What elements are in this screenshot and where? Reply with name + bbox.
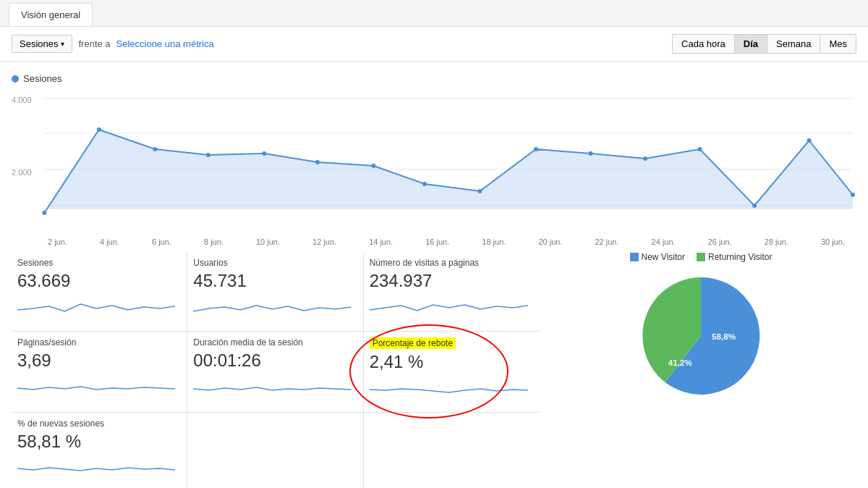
svg-point-12: [315, 160, 320, 164]
stat-nuevas-sesiones-value: 58,81 %: [17, 432, 175, 452]
sparkline-usuarios: [193, 295, 351, 317]
x-label: 16 jun.: [425, 237, 449, 246]
stat-visitas-label: Número de visitas a páginas: [370, 258, 528, 268]
x-label: 4 jun.: [100, 237, 119, 246]
sessions-legend-label: Sesiones: [23, 73, 61, 84]
stat-sesiones-value: 63.669: [17, 271, 175, 291]
line-chart: 4.000 2.000: [12, 90, 856, 235]
svg-text:58,8%: 58,8%: [712, 332, 736, 341]
stat-usuarios-label: Usuarios: [193, 258, 351, 268]
sparkline-rebote: [370, 376, 528, 398]
svg-point-15: [477, 189, 482, 193]
line-chart-svg: 4.000 2.000: [12, 90, 856, 235]
x-label: 10 jun.: [256, 237, 280, 246]
stat-duracion-value: 00:01:26: [193, 350, 351, 371]
svg-point-16: [534, 147, 538, 151]
chart-legend: Sesiones: [12, 73, 856, 84]
tab-vision-general[interactable]: Visión general: [9, 3, 93, 26]
empty-cell-2: [364, 413, 540, 488]
x-label: 28 jun.: [765, 237, 788, 246]
pie-svg: 58,8% 41,2%: [636, 271, 766, 401]
svg-point-13: [371, 164, 375, 168]
svg-point-9: [153, 147, 157, 151]
time-btn-semana[interactable]: Semana: [767, 34, 820, 54]
sparkline-nuevas-sesiones: [17, 456, 175, 478]
pie-chart: 58,8% 41,2%: [636, 271, 766, 401]
svg-point-20: [752, 203, 757, 208]
svg-marker-6: [44, 130, 853, 213]
svg-point-11: [262, 151, 266, 156]
pie-chart-section: New Visitor Returning Visitor 58,8% 41,2…: [540, 252, 856, 488]
svg-point-14: [422, 182, 427, 186]
x-label: 22 jun.: [595, 237, 619, 246]
x-label: 26 jun.: [708, 237, 732, 246]
x-axis-labels: 2 jun. 4 jun. 6 jun. 8 jun. 10 jun. 12 j…: [12, 235, 856, 252]
x-label: 2 jun.: [48, 237, 67, 246]
metric-selector-link[interactable]: Seleccione una métrica: [116, 38, 214, 49]
svg-text:2.000: 2.000: [12, 168, 32, 177]
time-btn-cada-hora[interactable]: Cada hora: [672, 34, 735, 54]
new-visitor-label: New Visitor: [642, 252, 685, 262]
stat-usuarios: Usuarios 45.731: [187, 252, 363, 332]
svg-text:41,2%: 41,2%: [668, 358, 693, 367]
stat-sesiones: Sesiones 63.669: [12, 252, 187, 332]
svg-point-7: [42, 211, 46, 215]
stats-pie-section: Sesiones 63.669 Usuarios 45.731 Número d…: [0, 252, 868, 488]
svg-point-21: [807, 138, 812, 143]
svg-text:4.000: 4.000: [12, 96, 32, 104]
sessions-legend-dot: [12, 75, 19, 83]
stat-paginas-sesion-label: Páginas/sesión: [17, 337, 175, 348]
svg-point-19: [697, 147, 702, 151]
stat-paginas-sesion-value: 3,69: [17, 350, 175, 371]
x-label: 12 jun.: [312, 237, 336, 246]
stat-nuevas-sesiones: % de nuevas sesiones 58,81 %: [12, 413, 187, 488]
sparkline-visitas: [370, 295, 528, 317]
svg-point-17: [588, 151, 592, 156]
toolbar-left: Sesiones frente a Seleccione una métrica: [12, 35, 214, 53]
sparkline-sesiones: [17, 295, 175, 317]
new-visitor-color: [630, 253, 639, 261]
x-label: 24 jun.: [652, 237, 676, 246]
toolbar: Sesiones frente a Seleccione una métrica…: [0, 27, 868, 62]
frente-a-label: frente a: [78, 38, 110, 49]
chart-area: Sesiones 4.000 2.000: [0, 62, 868, 252]
x-label: 18 jun.: [482, 237, 506, 246]
svg-point-10: [206, 153, 210, 157]
x-label: 14 jun.: [369, 237, 393, 246]
stat-usuarios-value: 45.731: [193, 271, 351, 291]
time-btn-mes[interactable]: Mes: [820, 34, 856, 54]
svg-point-22: [851, 193, 855, 197]
empty-cell-1: [187, 413, 363, 488]
x-label: 8 jun.: [204, 237, 224, 246]
stat-paginas-sesion: Páginas/sesión 3,69: [12, 332, 187, 413]
svg-point-18: [643, 156, 647, 161]
sparkline-paginas-sesion: [17, 375, 175, 397]
x-label: 30 jun.: [821, 237, 845, 246]
x-label: 20 jun.: [538, 237, 562, 246]
legend-new-visitor: New Visitor: [630, 252, 685, 262]
stat-visitas-value: 234.937: [370, 271, 528, 291]
sparkline-duracion: [193, 375, 351, 397]
stat-rebote-value: 2,41 %: [370, 352, 528, 372]
stat-sesiones-label: Sesiones: [17, 258, 175, 268]
tab-bar: Visión general: [0, 0, 868, 27]
stat-duracion-label: Duración media de la sesión: [193, 337, 351, 348]
stat-duracion: Duración media de la sesión 00:01:26: [187, 332, 363, 413]
pie-legend: New Visitor Returning Visitor: [630, 252, 773, 262]
returning-visitor-color: [697, 253, 705, 261]
time-buttons: Cada hora Día Semana Mes: [673, 34, 856, 54]
stat-rebote-label: Porcentaje de rebote: [370, 337, 456, 349]
legend-returning-visitor: Returning Visitor: [697, 252, 773, 262]
stats-grid: Sesiones 63.669 Usuarios 45.731 Número d…: [12, 252, 540, 488]
sessions-dropdown[interactable]: Sesiones: [12, 35, 72, 53]
time-btn-dia[interactable]: Día: [734, 34, 767, 54]
svg-point-8: [97, 127, 101, 132]
returning-visitor-label: Returning Visitor: [708, 252, 773, 262]
stat-visitas: Número de visitas a páginas 234.937: [364, 252, 540, 332]
x-label: 6 jun.: [152, 237, 171, 246]
stat-rebote: Porcentaje de rebote 2,41 %: [364, 332, 540, 413]
stat-nuevas-sesiones-label: % de nuevas sesiones: [17, 418, 175, 429]
